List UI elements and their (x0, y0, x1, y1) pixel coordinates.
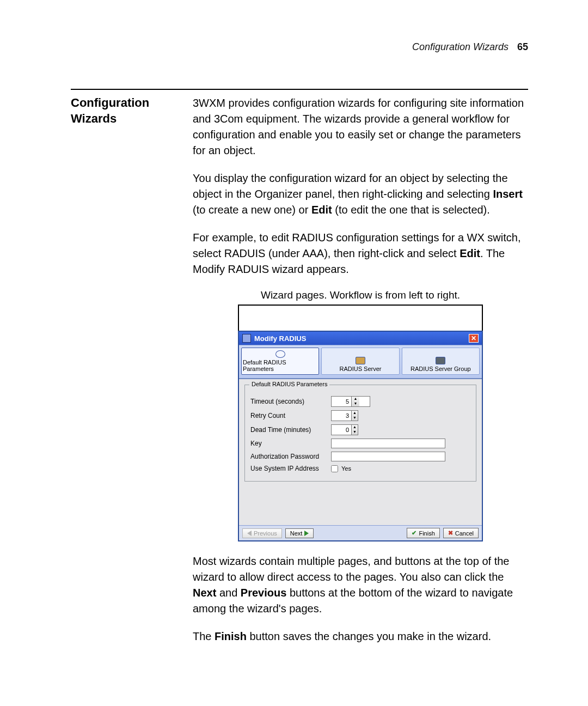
app-icon (242, 334, 251, 343)
system-ip-checkbox[interactable]: Yes (331, 465, 470, 472)
dialog-titlebar: Modify RADIUS ✕ (239, 332, 482, 345)
retry-spinner[interactable]: ▲▼ (331, 410, 358, 421)
p4-segment-a: Most wizards contain multiple pages, and… (193, 555, 509, 583)
p5-segment-c: button saves the changes you make in the… (247, 630, 491, 642)
tab-radius-server[interactable]: RADIUS Server (321, 348, 399, 375)
p2-segment-c: (to create a new one) or (193, 204, 311, 216)
spinner-arrows-icon[interactable]: ▲▼ (351, 397, 359, 406)
p2-segment-a: You display the configuration wizard for… (193, 172, 508, 200)
row-system-ip: Use System IP Address Yes (250, 465, 470, 472)
paragraph-5: The Finish button saves the changes you … (193, 629, 528, 644)
right-arrow-icon (304, 531, 309, 536)
timeout-spinner[interactable]: ▲▼ (331, 396, 370, 407)
row-auth-password: Authorization Password (250, 452, 470, 461)
figure-caption: Wizard pages. Workflow is from left to r… (193, 289, 528, 301)
radio-icon (275, 350, 285, 358)
section-rule (71, 89, 528, 90)
figure-frame: Modify RADIUS ✕ Default RADIUS Parameter… (238, 305, 483, 541)
auth-password-input[interactable] (331, 452, 445, 461)
wizard-footer: Previous Next ✔ Finish (239, 525, 482, 540)
label-system-ip: Use System IP Address (250, 465, 327, 472)
spinner-arrows-icon[interactable]: ▲▼ (351, 425, 358, 435)
previous-button: Previous (242, 528, 282, 538)
system-ip-checkbox-label: Yes (341, 465, 351, 472)
tab-label-0: Default RADIUS Parameters (243, 359, 317, 372)
paragraph-1: 3WXM provides configuration wizards for … (193, 95, 528, 159)
left-arrow-icon (247, 531, 252, 536)
timeout-input[interactable] (332, 397, 351, 406)
retry-input[interactable] (332, 411, 351, 421)
label-key: Key (250, 440, 327, 447)
close-button[interactable]: ✕ (469, 334, 479, 343)
running-header-title: Configuration Wizards (412, 41, 509, 53)
server-group-icon (436, 357, 445, 364)
titlebar-left: Modify RADIUS (242, 334, 306, 343)
footer-action-group: ✔ Finish ✖ Cancel (407, 528, 479, 538)
x-icon: ✖ (448, 530, 453, 537)
label-retry: Retry Count (250, 412, 327, 419)
p2-bold-insert: Insert (493, 188, 522, 200)
p4-bold-next: Next (193, 587, 216, 599)
row-retry: Retry Count ▲▼ (250, 410, 470, 421)
wizard-panel: Default RADIUS Parameters Timeout (secon… (239, 379, 482, 525)
tab-radius-server-group[interactable]: RADIUS Server Group (402, 348, 480, 375)
label-timeout: Timeout (seconds) (250, 398, 327, 405)
wizard-tabs: Default RADIUS Parameters RADIUS Server … (239, 345, 482, 379)
document-page: Configuration Wizards 65 Configuration W… (0, 0, 588, 678)
server-icon (356, 357, 365, 364)
key-input[interactable] (331, 439, 445, 448)
finish-button-label: Finish (419, 530, 434, 537)
p5-bold-finish: Finish (215, 630, 247, 642)
section-heading: Configuration Wizards (71, 95, 177, 656)
deadtime-input[interactable] (332, 425, 351, 435)
close-icon: ✕ (471, 335, 476, 342)
page-number: 65 (517, 41, 528, 53)
previous-button-label: Previous (254, 530, 277, 537)
bracket-icon (238, 305, 483, 331)
p4-bold-previous: Previous (241, 587, 286, 599)
system-ip-checkbox-input[interactable] (331, 465, 338, 472)
paragraph-4: Most wizards contain multiple pages, and… (193, 553, 528, 617)
footer-nav-group: Previous Next (242, 528, 314, 538)
spinner-arrows-icon[interactable]: ▲▼ (351, 411, 358, 421)
tab-label-2: RADIUS Server Group (411, 366, 471, 372)
modify-radius-dialog: Modify RADIUS ✕ Default RADIUS Parameter… (238, 331, 483, 541)
next-button-label: Next (290, 530, 303, 537)
p3-bold-edit: Edit (460, 247, 480, 259)
default-radius-fieldset: Default RADIUS Parameters Timeout (secon… (244, 385, 476, 482)
label-deadtime: Dead Time (minutes) (250, 426, 327, 434)
fieldset-legend: Default RADIUS Parameters (249, 381, 329, 387)
row-key: Key (250, 439, 470, 448)
deadtime-spinner[interactable]: ▲▼ (331, 424, 358, 435)
tab-label-1: RADIUS Server (339, 366, 381, 372)
dialog-title: Modify RADIUS (254, 334, 306, 343)
label-auth-password: Authorization Password (250, 453, 327, 460)
next-button[interactable]: Next (285, 528, 314, 538)
paragraph-2: You display the configuration wizard for… (193, 171, 528, 218)
running-header: Configuration Wizards 65 (71, 41, 528, 56)
two-column-layout: Configuration Wizards 3WXM provides conf… (71, 95, 528, 656)
p5-segment-a: The (193, 630, 215, 642)
section-heading-line1: Configuration (71, 96, 149, 109)
tab-default-radius-parameters[interactable]: Default RADIUS Parameters (241, 348, 319, 375)
finish-button[interactable]: ✔ Finish (407, 528, 439, 538)
cancel-button[interactable]: ✖ Cancel (443, 528, 479, 538)
check-icon: ✔ (412, 530, 416, 537)
row-timeout: Timeout (seconds) ▲▼ (250, 396, 470, 407)
section-heading-line2: Wizards (71, 112, 117, 125)
body-text: 3WXM provides configuration wizards for … (193, 95, 528, 656)
p4-segment-c: and (216, 587, 240, 599)
paragraph-3: For example, to edit RADIUS configuratio… (193, 230, 528, 277)
p2-segment-e: (to edit the one that is selected). (332, 204, 490, 216)
p2-bold-edit: Edit (311, 204, 332, 216)
row-deadtime: Dead Time (minutes) ▲▼ (250, 424, 470, 435)
cancel-button-label: Cancel (455, 530, 474, 537)
